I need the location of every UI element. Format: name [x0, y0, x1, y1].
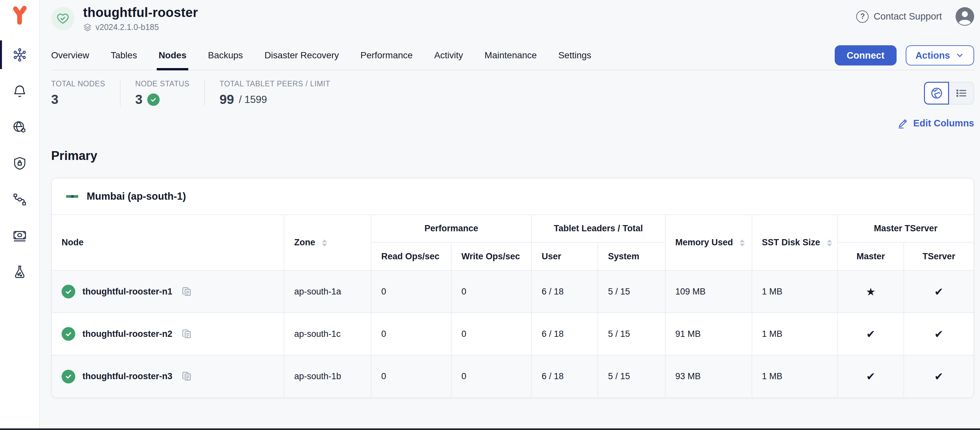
node-healthy-icon	[62, 285, 75, 298]
region-header: Mumbai (ap-south-1)	[52, 178, 974, 215]
stat-node-status: NODE STATUS 3	[135, 80, 189, 107]
user-tablets-cell: 6 / 18	[531, 313, 598, 355]
sort-icon	[827, 239, 832, 247]
view-toggle	[924, 82, 974, 105]
main-content: thoughtful-rooster v2024.2.1.0-b185 ? Co…	[40, 0, 980, 430]
yugabyte-logo[interactable]	[10, 5, 29, 25]
actions-button[interactable]: Actions	[906, 45, 974, 65]
globe-icon	[930, 87, 943, 100]
tab-bar: Overview Tables Nodes Backups Disaster R…	[51, 41, 974, 70]
column-header-system: System	[598, 242, 665, 271]
sidebar-item-alerts[interactable]	[0, 80, 40, 101]
sort-icon	[322, 239, 327, 247]
column-group-master-tserver: Master TServer	[838, 215, 974, 242]
table-row[interactable]: thoughtful-rooster-n1 ap-	[52, 271, 974, 313]
sidebar-item-security[interactable]	[0, 153, 40, 174]
system-tablets-cell: 5 / 15	[598, 313, 665, 355]
stat-tablet-peers: TOTAL TABLET PEERS / LIMIT 99 / 1599	[220, 80, 330, 107]
system-tablets-cell: 5 / 15	[598, 271, 665, 313]
region-title: Mumbai (ap-south-1)	[87, 191, 186, 202]
sst-cell: 1 MB	[752, 313, 838, 355]
bell-icon	[12, 83, 27, 99]
column-header-write-ops: Write Ops/sec	[451, 242, 531, 271]
sidebar-item-billing[interactable]	[0, 225, 40, 246]
sort-icon	[740, 239, 745, 247]
tab-overview[interactable]: Overview	[51, 41, 89, 70]
section-title: Primary	[51, 149, 974, 163]
version-text: v2024.2.1.0-b185	[95, 22, 159, 32]
tab-backups[interactable]: Backups	[208, 41, 243, 70]
table-row[interactable]: thoughtful-rooster-n3 ap-	[52, 355, 974, 397]
help-icon: ?	[856, 10, 869, 23]
screen-bottom-edge	[0, 428, 980, 430]
column-header-node: Node	[52, 215, 284, 271]
column-header-sst[interactable]: SST Disk Size	[752, 215, 838, 271]
pencil-icon	[897, 118, 908, 129]
tserver-status-cell: ✔	[904, 313, 974, 355]
node-name: thoughtful-rooster-n1	[83, 287, 172, 297]
tabs: Overview Tables Nodes Backups Disaster R…	[51, 41, 591, 70]
region-card: Mumbai (ap-south-1) Node Zone Perfo	[51, 178, 974, 398]
tablet-peers-limit: / 1599	[239, 94, 267, 105]
node-healthy-icon	[62, 327, 75, 341]
copy-icon[interactable]	[181, 371, 192, 382]
column-header-read-ops: Read Ops/sec	[371, 242, 451, 271]
write-ops-cell: 0	[451, 313, 531, 355]
node-name: thoughtful-rooster-n3	[83, 371, 172, 381]
tab-tables[interactable]: Tables	[111, 41, 137, 70]
copy-icon[interactable]	[181, 286, 192, 297]
user-avatar[interactable]	[956, 7, 974, 26]
connect-button[interactable]: Connect	[835, 45, 897, 65]
india-flag-icon	[66, 193, 78, 201]
chevron-down-icon	[955, 51, 964, 60]
column-header-user: User	[531, 242, 598, 271]
shield-lock-icon	[12, 156, 27, 171]
master-status-cell: ★	[838, 271, 904, 313]
tab-settings[interactable]: Settings	[558, 41, 591, 70]
cluster-identity: thoughtful-rooster v2024.2.1.0-b185	[51, 5, 198, 32]
sidebar-item-labs[interactable]	[0, 261, 40, 282]
sidebar-item-integrations[interactable]	[0, 189, 40, 210]
zone-cell: ap-south-1a	[284, 271, 371, 313]
tab-activity[interactable]: Activity	[434, 41, 463, 70]
memory-cell: 91 MB	[665, 313, 752, 355]
tab-disaster-recovery[interactable]: Disaster Recovery	[264, 41, 339, 70]
table-row[interactable]: thoughtful-rooster-n2 ap-	[52, 313, 974, 355]
zone-cell: ap-south-1b	[284, 355, 371, 397]
divider	[120, 80, 121, 106]
column-header-memory[interactable]: Memory Used	[665, 215, 752, 271]
memory-cell: 109 MB	[665, 271, 752, 313]
list-view-button[interactable]	[949, 82, 974, 105]
map-view-button[interactable]	[924, 82, 949, 105]
memory-cell: 93 MB	[665, 355, 752, 397]
node-healthy-icon	[62, 370, 75, 384]
tab-performance[interactable]: Performance	[360, 41, 412, 70]
write-ops-cell: 0	[451, 271, 531, 313]
divider	[204, 80, 205, 106]
sst-cell: 1 MB	[752, 355, 838, 397]
contact-support-link[interactable]: ? Contact Support	[856, 10, 942, 23]
sidebar-item-clusters[interactable]	[0, 44, 40, 65]
cluster-version: v2024.2.1.0-b185	[83, 22, 198, 32]
write-ops-cell: 0	[451, 355, 531, 397]
column-group-tablet-leaders: Tablet Leaders / Total	[531, 215, 665, 242]
tab-maintenance[interactable]: Maintenance	[484, 41, 536, 70]
sidebar-item-network[interactable]	[0, 116, 40, 137]
money-icon	[12, 228, 27, 243]
read-ops-cell: 0	[371, 271, 451, 313]
column-header-zone[interactable]: Zone	[284, 215, 371, 271]
sidebar	[0, 0, 40, 430]
stat-total-nodes: TOTAL NODES 3	[51, 80, 105, 107]
copy-icon[interactable]	[181, 329, 192, 339]
page-header: thoughtful-rooster v2024.2.1.0-b185 ? Co…	[51, 5, 974, 32]
column-group-performance: Performance	[371, 215, 531, 242]
cluster-health-icon	[51, 7, 75, 30]
total-nodes-value: 3	[51, 92, 58, 107]
read-ops-cell: 0	[371, 313, 451, 355]
nodes-table: Node Zone Performance Tablet Leaders / T…	[52, 215, 974, 397]
cluster-icon	[12, 47, 27, 62]
cluster-actions: Connect Actions	[835, 45, 974, 65]
tab-nodes[interactable]: Nodes	[159, 41, 187, 70]
edit-columns-button[interactable]: Edit Columns	[897, 118, 974, 129]
list-icon	[955, 87, 968, 100]
